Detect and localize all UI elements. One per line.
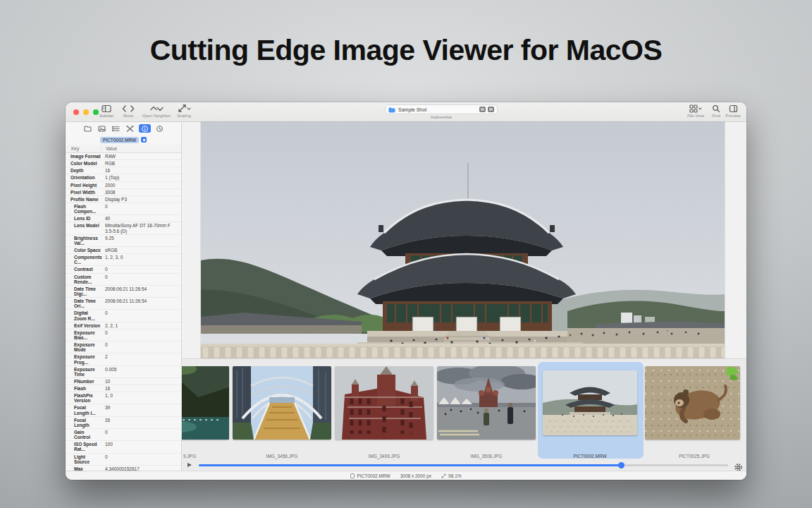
- metadata-value: 0: [101, 204, 181, 214]
- metadata-value: 16: [101, 386, 181, 391]
- toolbar-group-label: Preview: [725, 114, 740, 118]
- key-column-header[interactable]: Key: [66, 146, 101, 151]
- slider-fill: [199, 464, 621, 466]
- metadata-row[interactable]: Color Model RGB: [66, 160, 181, 167]
- metadata-row[interactable]: ISO Speed Rat... 100: [66, 441, 181, 453]
- metadata-row[interactable]: Custom Rende... 0: [66, 274, 181, 286]
- minimize-button[interactable]: [83, 109, 89, 115]
- thumbnail-red-square[interactable]: IMG_3508.JPG: [437, 366, 536, 440]
- metadata-key: Digital Zoom R...: [66, 310, 101, 320]
- metadata-row[interactable]: Focal Length I... 39: [66, 404, 181, 416]
- metadata-row[interactable]: Date Time Ori... 2008:06:21 11:26:54: [66, 298, 181, 310]
- metadata-row[interactable]: Pixel Width 3008: [66, 189, 181, 196]
- metadata-row[interactable]: Exposure Mode 0: [66, 341, 181, 353]
- toolbar-group-label: Find: [712, 114, 720, 118]
- metadata-key: Image Format: [66, 154, 101, 159]
- toolbar-group-label: Move: [123, 114, 134, 118]
- file-view-button[interactable]: File View: [682, 104, 710, 118]
- tab-files[interactable]: [82, 124, 93, 133]
- filmstrip-controls: [182, 460, 746, 471]
- toolbar-group-label: File View: [687, 114, 704, 118]
- metadata-key: Date Time Ori...: [66, 298, 101, 308]
- status-dimensions: 3008 x 2000 px: [400, 473, 431, 478]
- value-column-header[interactable]: Value: [101, 146, 117, 151]
- metadata-row[interactable]: Orientation 1 (Top): [66, 174, 181, 181]
- selected-file-row: PICT0002.MRW: [66, 135, 181, 145]
- metadata-value: 1 (Top): [101, 175, 181, 180]
- metadata-row[interactable]: FlashPix Version 1, 0: [66, 392, 181, 404]
- metadata-row[interactable]: Depth 16: [66, 167, 181, 174]
- metadata-row[interactable]: Focal Length 26: [66, 417, 181, 429]
- play-icon[interactable]: [187, 463, 192, 467]
- addressbar-group: Sample Shot Addressbar: [385, 104, 498, 119]
- tab-history[interactable]: [154, 124, 165, 133]
- scale-icon: [441, 473, 446, 478]
- metadata-row[interactable]: Profile Name Display P3: [66, 196, 181, 203]
- toolbar-group-label: Open Neighbor: [142, 114, 171, 118]
- tab-tools[interactable]: [125, 124, 135, 133]
- metadata-row[interactable]: Pixel Height 2000: [66, 182, 181, 189]
- thumbnail-museum[interactable]: IMG_3493.JPG: [335, 366, 433, 440]
- slider-knob[interactable]: [618, 462, 625, 468]
- addressbar-badge-icon[interactable]: [479, 107, 486, 112]
- metadata-key: Exif Version: [66, 323, 101, 328]
- thumbnail-bridge[interactable]: IMG_3456.JPG: [233, 366, 331, 440]
- waterfall-thumb-image: [182, 366, 229, 440]
- tab-info-selected[interactable]: [139, 124, 151, 133]
- move-buttons[interactable]: Move: [116, 104, 140, 118]
- metadata-key: ISO Speed Rat...: [66, 442, 101, 452]
- metadata-row[interactable]: Flash Compen... 0: [66, 203, 181, 215]
- scaling-button[interactable]: Scaling: [173, 104, 195, 118]
- sidebar-toggle-button[interactable]: Sidebar: [94, 104, 119, 118]
- metadata-row[interactable]: Components C... 1, 2, 3, 0: [66, 254, 181, 266]
- metadata-key: Orientation: [66, 175, 101, 180]
- addressbar-badges: [479, 107, 494, 112]
- metadata-row[interactable]: Brightness Val... 9.25: [66, 235, 181, 247]
- metadata-row[interactable]: Lens ID 40: [66, 215, 181, 222]
- thumbnail-monkey[interactable]: PICT0025.JPG: [645, 366, 744, 440]
- metadata-row[interactable]: Contrast 0: [66, 266, 181, 273]
- metadata-row[interactable]: Exposure Prog... 2: [66, 353, 181, 365]
- metadata-key: FlashPix Version: [66, 393, 101, 403]
- metadata-row[interactable]: Date Time Digi... 2008:06:21 11:26:54: [66, 286, 181, 298]
- metadata-value: 0: [101, 454, 181, 464]
- metadata-row[interactable]: Lens Model Minolta/Sony AF DT 18-70mm F …: [66, 222, 181, 234]
- addressbar-field[interactable]: Sample Shot: [385, 104, 498, 114]
- metadata-row[interactable]: FNumber 10: [66, 378, 181, 385]
- preview-button[interactable]: Preview: [722, 104, 744, 118]
- metadata-row[interactable]: Max Aperture... 4.340000152617: [66, 466, 181, 471]
- position-slider[interactable]: [199, 464, 728, 466]
- metadata-value: sRGB: [101, 248, 181, 253]
- metadata-key: Light Source: [66, 454, 101, 464]
- thumbnail-palace-selected[interactable]: PICT0002.MRW: [541, 366, 639, 435]
- metadata-row[interactable]: Light Source 0: [66, 454, 181, 466]
- open-neighbor-buttons[interactable]: Open Neighbor: [140, 104, 173, 118]
- thumbnail-waterfall[interactable]: 9.JPG: [182, 366, 229, 440]
- metadata-row[interactable]: Exposure Bias... 0: [66, 329, 181, 341]
- metadata-row[interactable]: Image Format RAW: [66, 153, 181, 160]
- metadata-sidebar: PICT0002.MRW Key Value Image Format RAW …: [66, 122, 182, 471]
- metadata-key: Brightness Val...: [66, 236, 101, 246]
- metadata-row[interactable]: Exif Version 2, 2, 1: [66, 322, 181, 329]
- metadata-value: RGB: [101, 161, 181, 166]
- addressbar-label: Addressbar: [431, 115, 453, 119]
- metadata-key: Exposure Bias...: [66, 330, 101, 340]
- metadata-key: Color Space: [66, 248, 101, 253]
- metadata-row[interactable]: Exposure Time 0.005: [66, 366, 181, 378]
- metadata-key: Exposure Time: [66, 367, 101, 377]
- close-button[interactable]: [73, 109, 79, 115]
- metadata-value: 0: [101, 342, 181, 352]
- metadata-key: Focal Length I...: [66, 405, 101, 415]
- metadata-row[interactable]: Gain Control 0: [66, 429, 181, 441]
- tab-image[interactable]: [97, 124, 107, 133]
- tab-list[interactable]: [111, 124, 121, 133]
- addressbar-badge-icon[interactable]: [488, 107, 494, 112]
- metadata-value: 3008: [101, 190, 181, 195]
- selected-file-chip[interactable]: PICT0002.MRW: [100, 137, 139, 143]
- thumbnail-label: PICT0002.MRW: [541, 454, 639, 459]
- metadata-row[interactable]: Flash 16: [66, 385, 181, 392]
- metadata-row[interactable]: Digital Zoom R... 0: [66, 310, 181, 322]
- metadata-row[interactable]: Color Space sRGB: [66, 247, 181, 254]
- status-zoom-group: 98.1%: [441, 473, 461, 478]
- main-image-palace[interactable]: [201, 122, 725, 358]
